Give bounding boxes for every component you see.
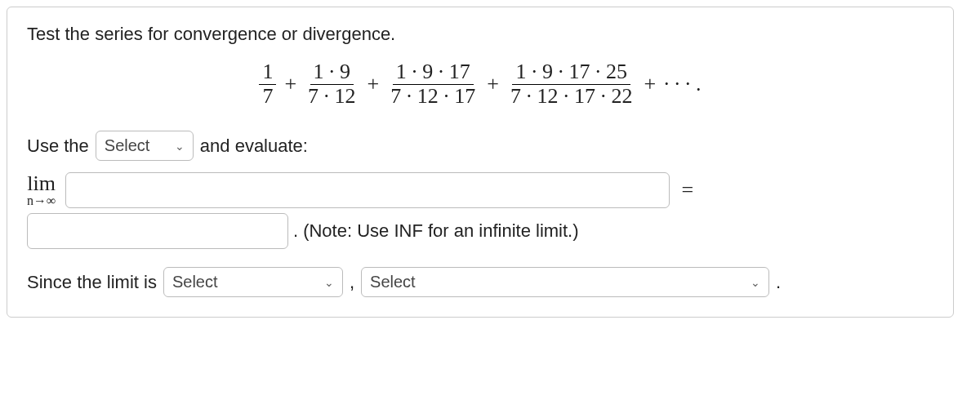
series-expression: 1 7 + 1 · 9 7 · 12 + 1 · 9 · 17 7 · 12 ·… [27,60,933,108]
plus-3: + [487,72,499,96]
lim-subscript: n→∞ [27,194,56,207]
use-the-row: Use the Select ⌄ and evaluate: [27,131,933,161]
note-dot: . [293,220,298,242]
chevron-down-icon: ⌄ [324,276,334,289]
and-evaluate-label: and evaluate: [200,136,308,157]
since-label: Since the limit is [27,272,157,293]
note-row: . (Note: Use INF for an infinite limit.) [27,213,933,249]
limit-condition-label: Select [172,273,218,291]
chevron-down-icon: ⌄ [751,276,760,289]
conclusion-label: Select [370,273,416,291]
term-4: 1 · 9 · 17 · 25 7 · 12 · 17 · 22 [507,60,636,108]
test-select[interactable]: Select ⌄ [96,131,194,161]
note-text: (Note: Use INF for an infinite limit.) [303,220,578,242]
limit-expression-input[interactable] [65,172,670,208]
plus-2: + [368,72,380,96]
equals-sign: = [676,178,698,202]
lim-text: lim [27,173,56,194]
limit-row: lim n→∞ = [27,172,933,208]
conclusion-row: Since the limit is Select ⌄ , Select ⌄ . [27,267,933,297]
end-period: . [776,272,781,293]
comma: , [350,272,354,293]
limit-symbol: lim n→∞ [27,173,56,207]
test-select-label: Select [105,136,150,155]
term-2: 1 · 9 7 · 12 [305,60,359,108]
conclusion-select[interactable]: Select ⌄ [361,267,769,297]
term-1: 1 7 [259,60,276,108]
plus-1: + [284,72,296,96]
plus-4: + [644,72,656,96]
prompt-text: Test the series for convergence or diver… [27,24,933,45]
limit-condition-select[interactable]: Select ⌄ [163,267,343,297]
limit-value-input[interactable] [27,213,288,249]
term-3: 1 · 9 · 17 7 · 12 · 17 [387,60,479,108]
chevron-down-icon: ⌄ [175,140,185,153]
ellipsis: · · · . [664,72,702,96]
use-the-label: Use the [27,136,89,157]
question-card: Test the series for convergence or diver… [7,7,954,318]
